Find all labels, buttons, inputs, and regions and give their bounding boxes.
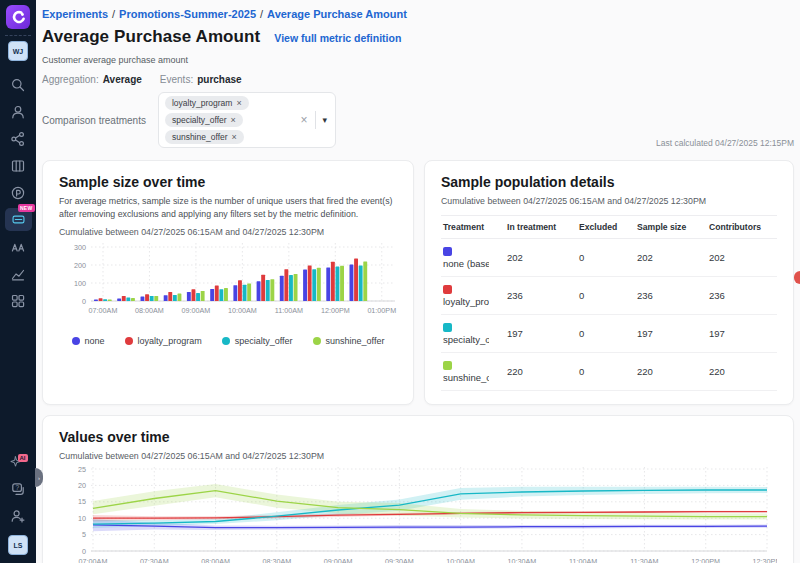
legend-label: loyalty_program bbox=[138, 336, 202, 346]
population-table: TreatmentIn treatmentExcludedSample size… bbox=[441, 215, 777, 391]
treatment-name: none (baseline) bbox=[443, 258, 489, 269]
table-header: Excluded bbox=[577, 216, 635, 239]
svg-text:25: 25 bbox=[78, 464, 86, 473]
metric-card-icon bbox=[11, 212, 26, 227]
svg-text:12:00PM: 12:00PM bbox=[321, 306, 350, 315]
columns-icon bbox=[10, 158, 26, 174]
sidebar-item-feature-gates[interactable] bbox=[4, 152, 32, 179]
chip-remove-icon[interactable]: × bbox=[232, 132, 237, 142]
view-metric-definition-link[interactable]: View full metric definition bbox=[274, 32, 401, 44]
treatment-multiselect[interactable]: loyalty_program×specialty_offer×sunshine… bbox=[158, 92, 336, 148]
sample-size-bar-chart: 07:00AM08:00AM09:00AM10:00AM11:00AM12:00… bbox=[59, 237, 399, 329]
table-cell: 236 bbox=[707, 276, 777, 314]
table-cell: 220 bbox=[707, 352, 777, 390]
legend-dot bbox=[125, 337, 133, 345]
svg-text:09:30AM: 09:30AM bbox=[385, 557, 414, 563]
apps-grid-icon bbox=[10, 293, 26, 309]
breadcrumb-metric-name[interactable]: Average Purchase Amount bbox=[267, 8, 407, 20]
svg-text:10:30AM: 10:30AM bbox=[508, 557, 537, 563]
table-cell: 202 bbox=[707, 239, 777, 277]
treatment-chip[interactable]: specialty_offer× bbox=[165, 113, 243, 127]
svg-text:11:00AM: 11:00AM bbox=[275, 306, 303, 315]
legend-label: none bbox=[85, 336, 105, 346]
table-row: loyalty_program2360236236 bbox=[441, 276, 777, 314]
breadcrumb-experiment-name[interactable]: Promotions-Summer-2025 bbox=[119, 8, 256, 20]
comparison-row: Comparison treatments loyalty_program×sp… bbox=[42, 92, 794, 148]
breadcrumb: Experiments/Promotions-Summer-2025/Avera… bbox=[42, 8, 794, 20]
metric-subtitle: Customer average purchase amount bbox=[42, 55, 794, 65]
sidebar-item-invite[interactable] bbox=[4, 502, 32, 529]
treatment-name: loyalty_program bbox=[443, 296, 489, 307]
svg-text:08:00AM: 08:00AM bbox=[135, 306, 164, 315]
table-cell: 220 bbox=[505, 352, 577, 390]
svg-text:12:00PM: 12:00PM bbox=[691, 557, 720, 563]
svg-text:20: 20 bbox=[78, 481, 86, 490]
sidebar-item-experiments[interactable] bbox=[4, 125, 32, 152]
svg-text:10:00AM: 10:00AM bbox=[228, 306, 257, 315]
main-content: Experiments/Promotions-Summer-2025/Avera… bbox=[36, 0, 800, 563]
sample-population-card: Sample population details Cumulative bet… bbox=[424, 160, 794, 405]
sidebar-divider bbox=[5, 35, 31, 36]
pulse-p-icon bbox=[10, 185, 26, 201]
treatment-color-swatch bbox=[443, 285, 452, 294]
sidebar-item-product-analytics[interactable] bbox=[4, 179, 32, 206]
legend-item[interactable]: sunshine_offer bbox=[313, 336, 385, 346]
table-cell: 202 bbox=[505, 239, 577, 277]
svg-text:11:00AM: 11:00AM bbox=[569, 557, 597, 563]
sidebar-item-holdouts[interactable] bbox=[4, 233, 32, 260]
table-cell: 197 bbox=[707, 314, 777, 352]
treatment-chips: loyalty_program×specialty_offer×sunshine… bbox=[165, 96, 285, 144]
sidebar-item-ai-assistant[interactable]: AI bbox=[4, 448, 32, 475]
legend-item[interactable]: loyalty_program bbox=[125, 336, 202, 346]
help-chat-icon: ? bbox=[10, 481, 26, 497]
table-cell: 197 bbox=[635, 314, 707, 352]
breadcrumb-separator: / bbox=[260, 8, 263, 20]
double-a-icon bbox=[10, 239, 26, 255]
sidebar-item-insights[interactable] bbox=[4, 260, 32, 287]
feedback-tab[interactable] bbox=[794, 271, 800, 284]
workspace-avatar[interactable]: WJ bbox=[8, 41, 28, 61]
chevron-down-icon[interactable]: ▾ bbox=[320, 115, 329, 125]
table-row: sunshine_offer2200220220 bbox=[441, 352, 777, 390]
sidebar-item-help[interactable]: ? bbox=[4, 475, 32, 502]
svg-text:200: 200 bbox=[74, 260, 86, 269]
app-root: WJ NEW bbox=[0, 0, 800, 563]
svg-text:?: ? bbox=[15, 483, 19, 490]
sample-size-cumulative: Cumulative between 04/27/2025 06:15AM an… bbox=[59, 227, 397, 237]
treatment-color-swatch bbox=[443, 323, 452, 332]
treatment-chip[interactable]: sunshine_offer× bbox=[165, 130, 244, 144]
legend-item[interactable]: specialty_offer bbox=[222, 336, 293, 346]
svg-text:10: 10 bbox=[78, 514, 86, 523]
treatment-color-swatch bbox=[443, 361, 452, 370]
table-cell: 0 bbox=[577, 239, 635, 277]
breadcrumb-experiments[interactable]: Experiments bbox=[42, 8, 108, 20]
legend-item[interactable]: none bbox=[72, 336, 105, 346]
svg-text:09:00AM: 09:00AM bbox=[182, 306, 211, 315]
chip-remove-icon[interactable]: × bbox=[236, 98, 241, 108]
bar-chart-legend: noneloyalty_programspecialty_offersunshi… bbox=[59, 336, 397, 346]
breadcrumb-separator: / bbox=[112, 8, 115, 20]
sidebar-item-users[interactable] bbox=[4, 98, 32, 125]
user-avatar[interactable]: LS bbox=[8, 535, 28, 555]
clear-selection-icon[interactable]: × bbox=[296, 113, 311, 127]
aggregation-row: Aggregation: Average Events: purchase bbox=[42, 74, 794, 85]
chip-remove-icon[interactable]: × bbox=[231, 115, 236, 125]
table-header: Treatment bbox=[441, 216, 505, 239]
svg-text:08:30AM: 08:30AM bbox=[262, 557, 291, 563]
app-logo[interactable] bbox=[6, 5, 30, 29]
sidebar-item-metrics-active[interactable]: NEW bbox=[5, 208, 32, 231]
sidebar-item-search[interactable] bbox=[4, 71, 32, 98]
sidebar-bottom-group: AI ? LS bbox=[4, 448, 32, 563]
svg-text:0: 0 bbox=[82, 296, 86, 305]
last-calculated-text: Last calculated 04/27/2025 12:15PM bbox=[656, 138, 794, 148]
treatment-color-swatch bbox=[443, 247, 452, 256]
svg-text:10:00AM: 10:00AM bbox=[446, 557, 475, 563]
values-title: Values over time bbox=[59, 429, 777, 445]
table-cell: 220 bbox=[635, 352, 707, 390]
svg-text:0: 0 bbox=[82, 546, 86, 555]
table-cell: 0 bbox=[577, 276, 635, 314]
legend-dot bbox=[313, 337, 321, 345]
sidebar-item-dashboards[interactable] bbox=[4, 287, 32, 314]
treatment-chip-label: specialty_offer bbox=[172, 115, 227, 125]
treatment-chip[interactable]: loyalty_program× bbox=[165, 96, 249, 110]
